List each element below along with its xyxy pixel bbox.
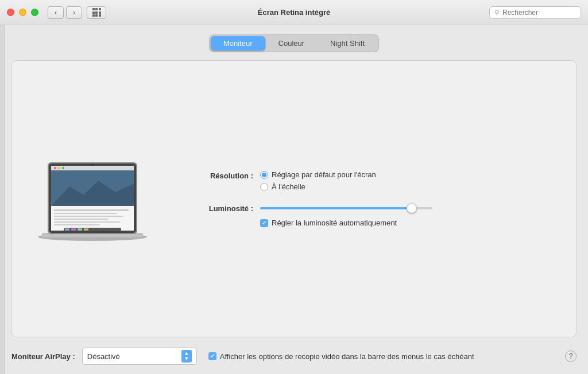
main-content: Moniteur Couleur Night Shift [0, 25, 588, 374]
brightness-label: Luminosité : [184, 204, 253, 213]
titlebar: ‹ › Écran Retina intégré ⚲ [0, 0, 588, 25]
svg-rect-18 [84, 228, 88, 231]
svg-rect-11 [54, 219, 109, 220]
tab-moniteur[interactable]: Moniteur [211, 36, 265, 50]
minimize-button[interactable] [19, 9, 26, 16]
svg-rect-17 [78, 228, 82, 231]
brightness-row: Luminosité : [184, 202, 553, 214]
resolution-scaled-label: À l'échelle [272, 182, 305, 191]
resolution-label: Résolution : [184, 170, 253, 180]
maximize-button[interactable] [31, 9, 38, 16]
svg-rect-9 [54, 213, 117, 214]
mirror-checkbox[interactable]: ✓ [208, 352, 216, 360]
stepper-icon: ▲ ▼ [181, 350, 192, 363]
resolution-row: Résolution : Réglage par défaut pour l'é… [184, 170, 553, 191]
sidebar-strip [0, 25, 5, 374]
bottom-bar: Moniteur AirPlay : Désactivé ▲ ▼ ✓ Affic… [11, 345, 577, 367]
back-button[interactable]: ‹ [48, 6, 64, 19]
tab-nightshift[interactable]: Night Shift [318, 36, 377, 50]
nav-buttons: ‹ › [48, 6, 82, 19]
mirror-checkmark-icon: ✓ [210, 353, 215, 359]
auto-brightness-row: ✓ Régler la luminosité automatiquement [260, 219, 553, 227]
airplay-label: Moniteur AirPlay : [11, 352, 75, 361]
auto-brightness-label: Régler la luminosité automatiquement [272, 219, 397, 227]
tab-group: Moniteur Couleur Night Shift [209, 34, 379, 52]
svg-point-20 [54, 167, 56, 169]
resolution-controls: Réglage par défaut pour l'écran À l'éche… [260, 170, 376, 191]
airplay-dropdown[interactable]: Désactivé ▲ ▼ [82, 348, 197, 365]
window-title: Écran Retina intégré [258, 8, 330, 17]
airplay-value: Désactivé [87, 352, 177, 361]
tab-bar: Moniteur Couleur Night Shift [11, 34, 577, 52]
traffic-lights [7, 9, 38, 16]
svg-rect-8 [54, 209, 129, 211]
svg-rect-16 [71, 228, 76, 231]
svg-rect-10 [54, 216, 123, 217]
svg-rect-12 [54, 221, 120, 223]
mirror-row: ✓ Afficher les options de recopie vidéo … [208, 352, 558, 361]
svg-point-21 [58, 167, 60, 169]
grid-view-button[interactable] [87, 6, 106, 19]
search-box[interactable]: ⚲ [489, 6, 581, 19]
resolution-scaled-option[interactable]: À l'échelle [260, 182, 376, 191]
tab-couleur[interactable]: Couleur [266, 36, 318, 50]
svg-rect-15 [65, 228, 69, 231]
radio-inner-fill [262, 173, 266, 177]
help-button[interactable]: ? [565, 350, 577, 362]
resolution-default-option[interactable]: Réglage par défaut pour l'écran [260, 170, 376, 179]
svg-point-23 [91, 163, 94, 166]
resolution-scaled-radio[interactable] [260, 183, 268, 191]
svg-rect-13 [54, 224, 100, 225]
resolution-default-label: Réglage par défaut pour l'écran [272, 170, 376, 179]
laptop-illustration [35, 152, 150, 246]
settings-area: Résolution : Réglage par défaut pour l'é… [184, 170, 553, 227]
close-button[interactable] [7, 9, 14, 16]
brightness-thumb[interactable] [407, 203, 417, 213]
checkmark-icon: ✓ [262, 220, 266, 226]
slider-container [260, 202, 432, 214]
grid-icon [92, 8, 101, 17]
forward-button[interactable]: › [66, 6, 82, 19]
main-panel: Résolution : Réglage par défaut pour l'é… [11, 60, 577, 337]
search-icon: ⚲ [494, 9, 500, 17]
search-input[interactable] [502, 9, 576, 17]
resolution-default-radio[interactable] [260, 171, 268, 179]
stepper-down-arrow: ▼ [184, 356, 189, 361]
svg-point-22 [62, 167, 64, 169]
auto-brightness-checkbox[interactable]: ✓ [260, 219, 268, 227]
mirror-label: Afficher les options de recopie vidéo da… [220, 352, 474, 361]
